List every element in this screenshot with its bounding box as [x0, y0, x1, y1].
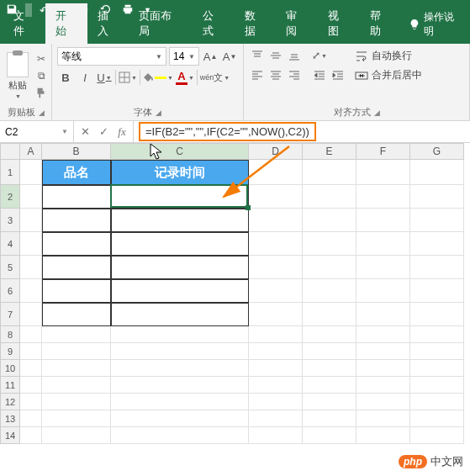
- cell-F1[interactable]: [356, 160, 410, 185]
- tab-data[interactable]: 数据: [235, 3, 277, 44]
- paste-button[interactable]: 粘贴 ▼: [5, 50, 30, 101]
- cell-D11[interactable]: [249, 377, 303, 394]
- cell-D10[interactable]: [249, 360, 303, 377]
- cell-F14[interactable]: [356, 427, 410, 444]
- cell-F2[interactable]: [356, 185, 410, 209]
- table-cell-C2[interactable]: [111, 185, 249, 209]
- column-header-F[interactable]: F: [356, 143, 410, 160]
- cancel-formula-button[interactable]: ✕: [79, 125, 91, 138]
- cell-G13[interactable]: [410, 410, 464, 427]
- fill-color-button[interactable]: ▼: [143, 68, 173, 87]
- row-header-5[interactable]: 5: [0, 256, 20, 279]
- cell-G8[interactable]: [410, 326, 464, 343]
- cell-A11[interactable]: [20, 377, 42, 394]
- cell-G11[interactable]: [410, 377, 464, 394]
- cell-B11[interactable]: [42, 377, 111, 394]
- select-all-corner[interactable]: [0, 143, 20, 160]
- cell-B8[interactable]: [42, 326, 111, 343]
- cell-F8[interactable]: [356, 326, 410, 343]
- cell-F13[interactable]: [356, 410, 410, 427]
- cell-F5[interactable]: [356, 256, 410, 279]
- table-cell-B4[interactable]: [42, 232, 111, 256]
- spreadsheet-grid[interactable]: ABCDEFG 1234567891011121314 品名记录时间: [0, 143, 470, 444]
- cell-B9[interactable]: [42, 343, 111, 360]
- cell-D12[interactable]: [249, 394, 303, 410]
- row-header-12[interactable]: 12: [0, 394, 20, 410]
- name-box[interactable]: C2 ▼: [0, 121, 74, 142]
- underline-button[interactable]: U▼: [96, 68, 113, 87]
- font-size-combo[interactable]: 14 ▼: [169, 47, 199, 66]
- cell-C10[interactable]: [111, 360, 249, 377]
- row-header-10[interactable]: 10: [0, 360, 20, 377]
- cell-E6[interactable]: [303, 279, 356, 303]
- cell-G1[interactable]: [410, 160, 464, 185]
- cell-B12[interactable]: [42, 394, 111, 410]
- phonetic-button[interactable]: wén文▼: [200, 68, 230, 87]
- column-header-E[interactable]: E: [303, 143, 356, 160]
- cell-G14[interactable]: [410, 427, 464, 444]
- insert-function-button[interactable]: fx: [116, 125, 128, 139]
- cell-A10[interactable]: [20, 360, 42, 377]
- table-cell-C6[interactable]: [111, 279, 249, 303]
- cell-F7[interactable]: [356, 303, 410, 326]
- table-header-time[interactable]: 记录时间: [111, 160, 249, 185]
- row-header-3[interactable]: 3: [0, 209, 20, 232]
- table-cell-C5[interactable]: [111, 256, 249, 279]
- confirm-formula-button[interactable]: ✓: [98, 125, 109, 138]
- dialog-launcher-icon[interactable]: ◢: [39, 108, 45, 117]
- cell-A13[interactable]: [20, 410, 42, 427]
- cell-C9[interactable]: [111, 343, 249, 360]
- row-header-6[interactable]: 6: [0, 279, 20, 303]
- row-header-9[interactable]: 9: [0, 343, 20, 360]
- cell-C11[interactable]: [111, 377, 249, 394]
- bold-button[interactable]: B: [57, 68, 74, 87]
- table-cell-B2[interactable]: [42, 185, 111, 209]
- cell-D8[interactable]: [249, 326, 303, 343]
- cell-C14[interactable]: [111, 427, 249, 444]
- cell-A1[interactable]: [20, 160, 42, 185]
- cell-D7[interactable]: [249, 303, 303, 326]
- cell-E4[interactable]: [303, 232, 356, 256]
- cell-E10[interactable]: [303, 360, 356, 377]
- tab-insert[interactable]: 插入: [87, 3, 129, 44]
- orientation-button[interactable]: ⤢▼: [311, 47, 328, 64]
- cell-E7[interactable]: [303, 303, 356, 326]
- cell-C12[interactable]: [111, 394, 249, 410]
- cell-D3[interactable]: [249, 209, 303, 232]
- cell-G6[interactable]: [410, 279, 464, 303]
- cell-B14[interactable]: [42, 427, 111, 444]
- cell-A5[interactable]: [20, 256, 42, 279]
- cell-B10[interactable]: [42, 360, 111, 377]
- borders-button[interactable]: ▼: [119, 68, 137, 87]
- tab-help[interactable]: 帮助: [360, 3, 402, 44]
- cell-D14[interactable]: [249, 427, 303, 444]
- cell-C8[interactable]: [111, 326, 249, 343]
- table-cell-C7[interactable]: [111, 303, 249, 326]
- align-bottom-button[interactable]: [286, 47, 303, 64]
- cell-A12[interactable]: [20, 394, 42, 410]
- tab-layout[interactable]: 页面布局: [129, 3, 193, 44]
- wrap-text-button[interactable]: 自动换行: [351, 47, 425, 65]
- align-top-button[interactable]: [249, 47, 266, 64]
- cell-C13[interactable]: [111, 410, 249, 427]
- increase-indent-button[interactable]: [330, 66, 346, 83]
- column-header-D[interactable]: D: [249, 143, 303, 160]
- row-header-2[interactable]: 2: [0, 185, 20, 209]
- tab-formulas[interactable]: 公式: [193, 3, 235, 44]
- cell-A7[interactable]: [20, 303, 42, 326]
- copy-button[interactable]: ⧉: [34, 68, 49, 83]
- table-cell-B3[interactable]: [42, 209, 111, 232]
- cell-G4[interactable]: [410, 232, 464, 256]
- decrease-indent-button[interactable]: [311, 66, 328, 83]
- cell-D4[interactable]: [249, 232, 303, 256]
- cell-D9[interactable]: [249, 343, 303, 360]
- align-middle-button[interactable]: [267, 47, 284, 64]
- merge-center-button[interactable]: 合并后居中: [351, 66, 425, 84]
- cell-A6[interactable]: [20, 279, 42, 303]
- tab-review[interactable]: 审阅: [276, 3, 318, 44]
- cell-D1[interactable]: [249, 160, 303, 185]
- cell-E2[interactable]: [303, 185, 356, 209]
- fill-handle[interactable]: [246, 205, 251, 210]
- cell-G10[interactable]: [410, 360, 464, 377]
- cell-E12[interactable]: [303, 394, 356, 410]
